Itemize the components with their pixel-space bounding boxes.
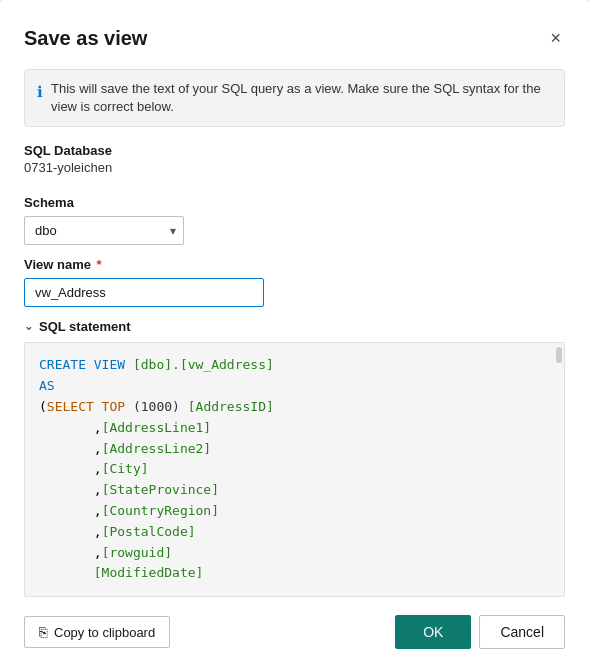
close-button[interactable]: × — [546, 24, 565, 53]
schema-label: Schema — [24, 195, 565, 210]
dialog-header: Save as view × — [24, 24, 565, 53]
save-as-view-dialog: Save as view × ℹ This will save the text… — [0, 0, 589, 649]
required-star: * — [93, 257, 102, 272]
copy-icon: ⎘ — [39, 624, 47, 640]
code-line-8: ,[CountryRegion] — [39, 501, 550, 522]
code-line-10: ,[rowguid] — [39, 543, 550, 564]
code-line-5: ,[AddressLine2] — [39, 439, 550, 460]
info-banner: ℹ This will save the text of your SQL qu… — [24, 69, 565, 127]
info-icon: ℹ — [37, 81, 43, 102]
info-text: This will save the text of your SQL quer… — [51, 80, 552, 116]
code-line-3: (SELECT TOP (1000) [AddressID] — [39, 397, 550, 418]
copy-label: Copy to clipboard — [54, 625, 155, 640]
cancel-button[interactable]: Cancel — [479, 615, 565, 649]
ok-button[interactable]: OK — [395, 615, 471, 649]
code-line-1: CREATE VIEW [dbo].[vw_Address] — [39, 355, 550, 376]
code-line-9: ,[PostalCode] — [39, 522, 550, 543]
db-value: 0731-yoleichen — [24, 160, 565, 175]
scrollbar-thumb[interactable] — [556, 347, 562, 363]
sql-code: CREATE VIEW [dbo].[vw_Address] AS (SELEC… — [39, 355, 550, 584]
code-line-4: ,[AddressLine1] — [39, 418, 550, 439]
code-line-11: [ModifiedDate] — [39, 563, 550, 584]
close-icon: × — [550, 28, 561, 49]
sql-code-area[interactable]: CREATE VIEW [dbo].[vw_Address] AS (SELEC… — [24, 342, 565, 597]
code-line-6: ,[City] — [39, 459, 550, 480]
view-name-input[interactable] — [24, 278, 264, 307]
code-line-7: ,[StateProvince] — [39, 480, 550, 501]
view-name-label: View name * — [24, 257, 565, 272]
footer-actions: ⎘ Copy to clipboard OK Cancel — [24, 615, 565, 649]
db-label: SQL Database — [24, 143, 565, 158]
schema-select-wrapper: dbo sys guest ▾ — [24, 216, 184, 245]
dialog-button-group: OK Cancel — [395, 615, 565, 649]
sql-statement-header[interactable]: ⌄ SQL statement — [24, 319, 565, 334]
schema-select[interactable]: dbo sys guest — [24, 216, 184, 245]
chevron-collapse-icon: ⌄ — [24, 320, 33, 333]
dialog-title: Save as view — [24, 27, 147, 50]
code-line-2: AS — [39, 376, 550, 397]
sql-statement-label: SQL statement — [39, 319, 131, 334]
schema-field-group: Schema dbo sys guest ▾ — [24, 195, 565, 245]
copy-to-clipboard-button[interactable]: ⎘ Copy to clipboard — [24, 616, 170, 648]
view-name-field-group: View name * — [24, 257, 565, 307]
db-field-group: SQL Database 0731-yoleichen — [24, 143, 565, 183]
